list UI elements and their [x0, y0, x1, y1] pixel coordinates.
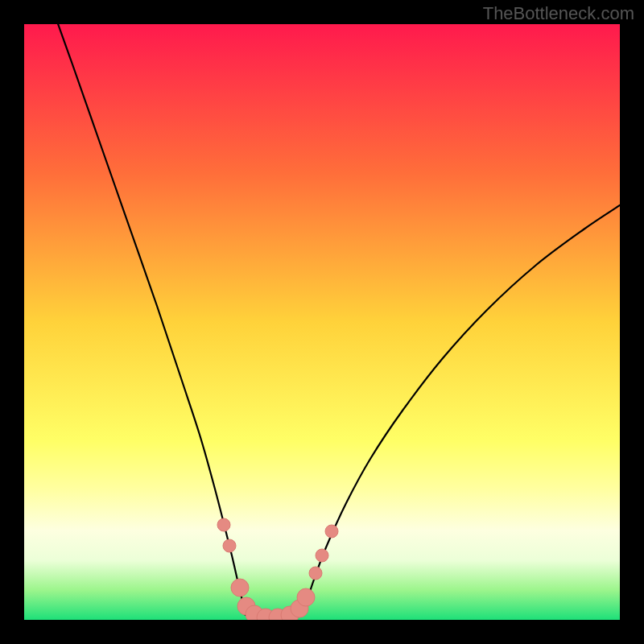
- gradient-bg: [24, 24, 620, 620]
- datapoint-marker: [231, 579, 249, 597]
- watermark-text: TheBottleneck.com: [483, 3, 634, 24]
- datapoint-marker: [309, 567, 322, 580]
- chart-frame: TheBottleneck.com: [0, 0, 644, 644]
- chart-svg: [24, 24, 620, 620]
- datapoint-marker: [316, 549, 328, 562]
- plot-area: [24, 24, 620, 620]
- datapoint-marker: [297, 588, 315, 606]
- datapoint-marker: [217, 518, 230, 531]
- datapoint-marker: [223, 539, 236, 552]
- datapoint-marker: [325, 525, 338, 538]
